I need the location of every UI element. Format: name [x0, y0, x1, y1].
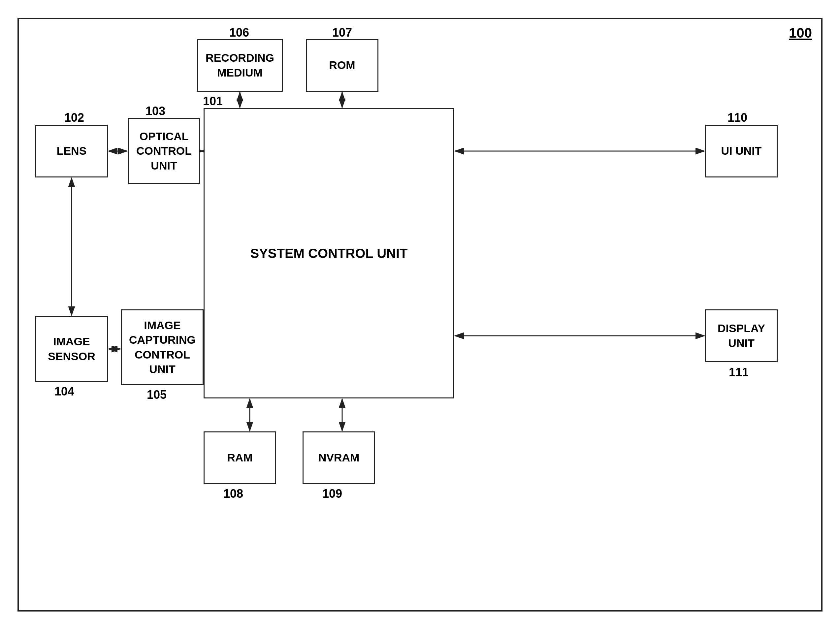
ref-105: 105 — [147, 388, 167, 402]
ref-108: 108 — [223, 487, 243, 501]
ref-106: 106 — [229, 26, 249, 39]
lens-box: LENS — [35, 125, 108, 177]
ref-104: 104 — [54, 385, 74, 399]
rom-box: ROM — [306, 39, 379, 92]
ref-109: 109 — [322, 487, 342, 501]
image-capturing-box: IMAGE CAPTURING CONTROL UNIT — [121, 309, 204, 385]
ref-102: 102 — [64, 111, 84, 125]
diagram-label: 100 — [789, 25, 812, 41]
ref-107: 107 — [332, 26, 352, 39]
ram-box: RAM — [204, 432, 276, 484]
image-sensor-box: IMAGE SENSOR — [35, 316, 108, 382]
nvram-box: NVRAM — [303, 432, 375, 484]
display-unit-box: DISPLAY UNIT — [705, 309, 778, 362]
ref-101: 101 — [203, 95, 223, 108]
diagram-container: 100 — [17, 18, 823, 612]
ref-111: 111 — [729, 366, 748, 379]
ref-103: 103 — [145, 104, 165, 118]
ui-unit-box: UI UNIT — [705, 125, 778, 177]
ref-110: 110 — [728, 111, 747, 125]
recording-medium-box: RECORDING MEDIUM — [197, 39, 283, 92]
optical-control-box: OPTICAL CONTROL UNIT — [128, 118, 200, 184]
system-control-box: SYSTEM CONTROL UNIT — [204, 108, 454, 399]
